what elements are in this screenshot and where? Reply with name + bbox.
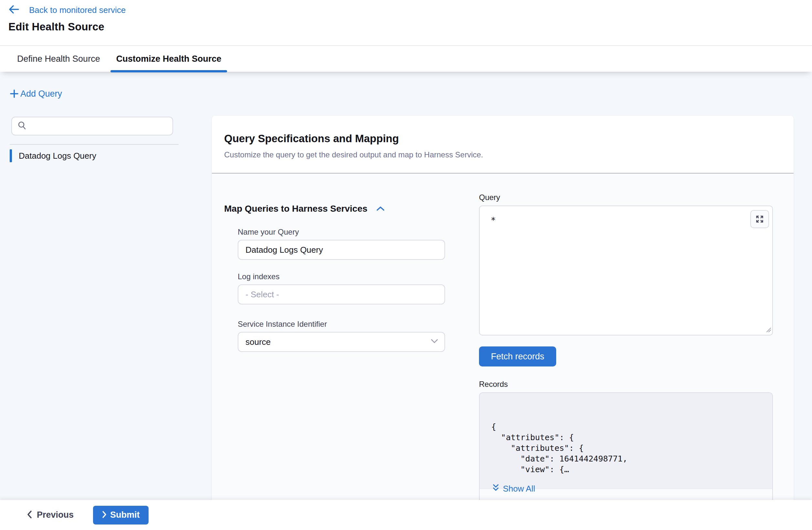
back-arrow-icon (9, 4, 19, 15)
previous-label: Previous (37, 510, 74, 520)
json-line: "date": 1641442498771, (491, 454, 772, 464)
query-item-label: Datadog Logs Query (19, 151, 96, 161)
page-header: Back to monitored service Edit Health So… (0, 0, 812, 72)
submit-label: Submit (110, 510, 140, 520)
chevron-down-icon (430, 338, 439, 345)
back-link-row[interactable]: Back to monitored service (9, 4, 126, 15)
service-instance-identifier-label: Service Instance Identifier (238, 320, 327, 329)
name-query-input[interactable] (238, 240, 445, 260)
json-line: { (491, 421, 772, 432)
query-label: Query (479, 193, 500, 202)
plus-icon (9, 88, 19, 99)
card-title: Query Specifications and Mapping (224, 132, 794, 145)
sidebar-divider (10, 144, 179, 145)
search-input[interactable] (27, 117, 173, 135)
header-top-row: Back to monitored service Edit Health So… (0, 0, 812, 46)
records-panel: { "attributes": { "attributes": { "date"… (479, 392, 773, 500)
chevron-up-icon (375, 205, 386, 212)
add-query-button[interactable]: Add Query (9, 88, 62, 99)
query-expand-button[interactable] (750, 210, 769, 228)
tab-customize-health-source[interactable]: Customize Health Source (111, 46, 227, 72)
wizard-footer: Previous Submit (0, 500, 812, 530)
json-line: "attributes": { (491, 443, 772, 454)
json-line: "view": {… (491, 464, 772, 475)
service-instance-value: source (245, 337, 271, 347)
page-title: Edit Health Source (9, 21, 104, 33)
chevron-left-icon (27, 510, 32, 520)
tab-label: Customize Health Source (116, 54, 221, 64)
tab-bar: Define Health Source Customize Health So… (0, 46, 812, 72)
log-indexes-input[interactable] (238, 284, 445, 304)
sidebar-item-datadog-logs-query[interactable]: Datadog Logs Query (10, 149, 174, 162)
card-subtitle: Customize the query to get the desired o… (224, 150, 794, 159)
selected-indicator-bar (10, 149, 12, 162)
fetch-records-button[interactable]: Fetch records (479, 346, 556, 367)
map-queries-section-header: Map Queries to Harness Services (224, 204, 386, 214)
active-tab-underline (111, 70, 227, 72)
log-indexes-label: Log indexes (238, 272, 279, 281)
expand-arrows-icon (755, 214, 765, 224)
double-chevron-down-icon (492, 484, 500, 494)
search-icon (17, 120, 27, 131)
records-json-preview: { "attributes": { "attributes": { "date"… (480, 393, 772, 489)
back-link-label[interactable]: Back to monitored service (29, 5, 126, 15)
previous-button[interactable]: Previous (27, 510, 74, 520)
query-textarea[interactable]: * (479, 205, 773, 335)
add-query-label: Add Query (20, 89, 62, 99)
resize-handle-icon[interactable] (766, 327, 771, 334)
tab-label: Define Health Source (17, 54, 100, 64)
query-editor: * (479, 205, 773, 335)
show-all-label: Show All (503, 484, 535, 494)
json-line: "attributes": { (491, 432, 772, 443)
submit-button[interactable]: Submit (93, 506, 148, 525)
name-query-label: Name your Query (238, 228, 299, 237)
section-title: Map Queries to Harness Services (224, 204, 367, 214)
show-all-button[interactable]: Show All (492, 484, 535, 494)
service-instance-select[interactable]: source (238, 332, 445, 352)
card-header: Query Specifications and Mapping Customi… (212, 116, 794, 174)
section-collapse-button[interactable] (375, 205, 386, 212)
query-search-box[interactable] (11, 117, 173, 135)
chevron-right-icon (102, 511, 107, 519)
records-label: Records (479, 380, 508, 389)
tab-define-health-source[interactable]: Define Health Source (17, 46, 100, 72)
